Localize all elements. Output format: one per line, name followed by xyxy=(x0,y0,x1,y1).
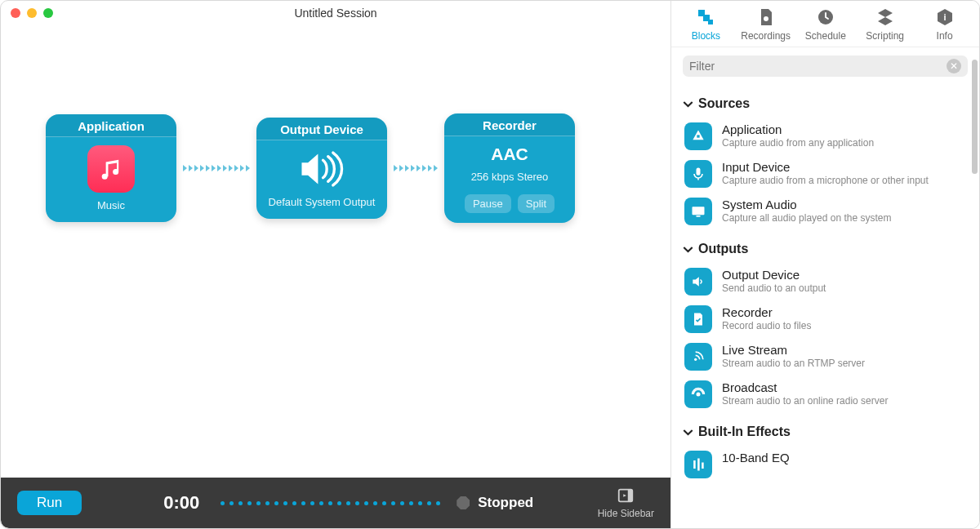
tab-info[interactable]: i Info xyxy=(920,7,969,42)
microphone-icon xyxy=(684,160,712,188)
tab-scripting[interactable]: Scripting xyxy=(861,7,910,42)
item-recorder[interactable]: RecorderRecord audio to files xyxy=(683,300,968,338)
section-title: Sources xyxy=(698,96,750,111)
chevron-down-icon xyxy=(683,99,693,109)
status-group: Stopped xyxy=(457,495,533,511)
tab-label: Recordings xyxy=(741,30,791,42)
item-10-band-eq[interactable]: 10-Band EQ xyxy=(683,446,968,483)
speaker-icon xyxy=(297,149,346,189)
sidebar: Blocks Recordings Schedule Scripting i I… xyxy=(670,1,979,528)
item-broadcast[interactable]: BroadcastStream audio to an online radio… xyxy=(683,376,968,413)
recordings-icon xyxy=(756,7,776,27)
tab-label: Scripting xyxy=(866,30,904,42)
section-outputs[interactable]: Outputs xyxy=(683,242,968,256)
elapsed-time: 0:00 xyxy=(163,492,199,513)
item-system-audio[interactable]: System AudioCapture all audio played on … xyxy=(683,193,968,230)
pause-button[interactable]: Pause xyxy=(465,194,511,213)
recorder-detail: 256 kbps Stereo xyxy=(471,171,549,184)
canvas[interactable]: Application Music Output Device xyxy=(1,25,670,478)
chevron-down-icon xyxy=(683,427,693,438)
svg-rect-15 xyxy=(697,459,700,471)
satellite-icon xyxy=(684,343,712,371)
clear-filter-icon[interactable]: ✕ xyxy=(947,59,961,73)
close-window-button[interactable] xyxy=(11,8,20,18)
block-header: Recorder xyxy=(444,113,575,136)
svg-rect-4 xyxy=(708,20,713,24)
block-recorder[interactable]: Recorder AAC 256 kbps Stereo Pause Split xyxy=(444,113,575,223)
item-desc: Stream audio to an RTMP server xyxy=(722,358,865,371)
zoom-window-button[interactable] xyxy=(43,8,53,18)
svg-rect-16 xyxy=(702,463,704,469)
block-header: Output Device xyxy=(256,118,387,140)
scrollbar-thumb[interactable] xyxy=(972,60,978,174)
tab-blocks[interactable]: Blocks xyxy=(681,7,730,42)
tab-label: Blocks xyxy=(692,30,720,42)
split-button[interactable]: Split xyxy=(518,194,555,213)
chevron-down-icon xyxy=(683,244,693,255)
item-live-stream[interactable]: Live StreamStream audio to an RTMP serve… xyxy=(683,338,968,376)
scripting-icon xyxy=(875,7,895,27)
hide-sidebar-label: Hide Sidebar xyxy=(598,508,654,519)
info-icon: i xyxy=(935,7,955,27)
item-title: Broadcast xyxy=(722,380,888,395)
item-input-device[interactable]: Input DeviceCapture audio from a microph… xyxy=(683,155,968,193)
section-sources[interactable]: Sources xyxy=(683,96,968,111)
svg-rect-9 xyxy=(697,168,701,176)
connection-arrows xyxy=(387,165,444,171)
svg-text:i: i xyxy=(943,12,946,22)
block-header: Application xyxy=(46,114,176,137)
recorder-codec: AAC xyxy=(491,144,528,164)
item-desc: Capture audio from a microphone or other… xyxy=(722,175,929,188)
main-canvas-pane: Untitled Session Application Music Outpu… xyxy=(1,1,670,528)
block-label: Music xyxy=(97,199,125,213)
tab-recordings[interactable]: Recordings xyxy=(741,7,791,42)
item-desc: Capture all audio played on the system xyxy=(722,212,891,225)
item-output-device[interactable]: Output DeviceSend audio to an output xyxy=(683,263,968,300)
file-icon xyxy=(684,305,712,333)
item-desc: Send audio to an output xyxy=(722,282,826,296)
speaker-icon xyxy=(684,268,712,296)
section-effects[interactable]: Built-In Effects xyxy=(683,425,968,439)
flow-row: Application Music Output Device xyxy=(46,113,575,223)
svg-rect-8 xyxy=(697,135,699,137)
music-app-icon xyxy=(87,145,135,193)
broadcast-icon xyxy=(684,380,712,408)
blocks-icon xyxy=(696,7,715,27)
window-title: Untitled Session xyxy=(1,7,670,20)
section-title: Outputs xyxy=(698,242,748,256)
filter-field[interactable]: ✕ xyxy=(683,56,968,77)
svg-point-13 xyxy=(697,393,701,397)
footer-bar: Run 0:00 Stopped Hide Sidebar xyxy=(1,478,670,528)
eq-icon xyxy=(684,451,712,478)
window-controls xyxy=(11,8,53,18)
hide-sidebar-icon xyxy=(617,487,635,505)
item-title: Recorder xyxy=(722,305,811,320)
block-library: Sources ApplicationCapture audio from an… xyxy=(671,82,979,528)
item-title: Input Device xyxy=(722,160,929,175)
tab-schedule[interactable]: Schedule xyxy=(801,7,850,42)
item-title: Live Stream xyxy=(722,343,865,358)
svg-rect-1 xyxy=(628,490,633,502)
item-title: System Audio xyxy=(722,198,891,212)
block-output-device[interactable]: Output Device Default System Output xyxy=(256,118,387,220)
minimize-window-button[interactable] xyxy=(27,8,37,18)
block-application[interactable]: Application Music xyxy=(46,114,176,223)
titlebar: Untitled Session xyxy=(1,1,670,25)
block-label: Default System Output xyxy=(269,196,376,210)
connection-arrows xyxy=(176,165,256,171)
monitor-icon xyxy=(684,198,712,225)
tab-label: Schedule xyxy=(805,30,846,42)
hide-sidebar-button[interactable]: Hide Sidebar xyxy=(598,487,654,519)
section-title: Built-In Effects xyxy=(698,425,791,439)
item-desc: Stream audio to an online radio server xyxy=(722,395,888,408)
svg-rect-10 xyxy=(693,207,705,215)
item-desc: Record audio to files xyxy=(722,320,811,333)
filter-input[interactable] xyxy=(689,60,947,73)
item-title: Application xyxy=(722,122,874,137)
item-application[interactable]: ApplicationCapture audio from any applic… xyxy=(683,118,968,155)
item-title: Output Device xyxy=(722,268,826,282)
svg-rect-11 xyxy=(697,216,701,217)
run-button[interactable]: Run xyxy=(17,491,82,515)
svg-rect-14 xyxy=(693,460,696,469)
item-title: 10-Band EQ xyxy=(722,451,790,465)
